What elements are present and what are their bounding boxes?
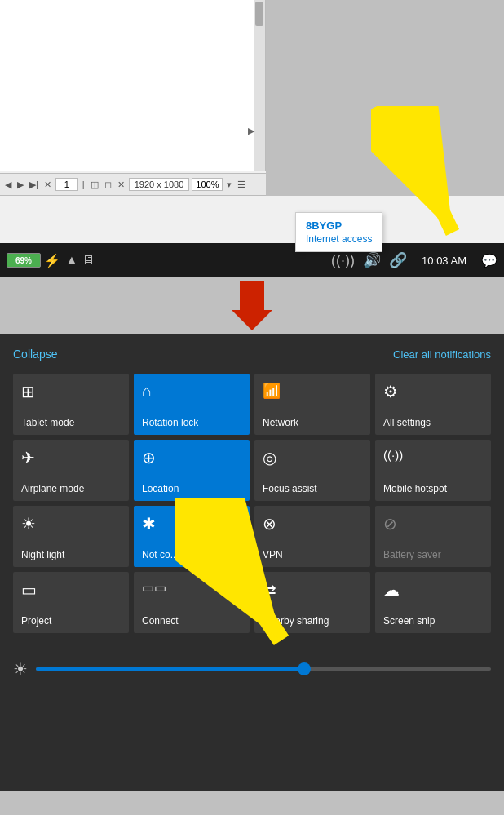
connect-icon: ▭▭ bbox=[142, 580, 243, 596]
nearby-sharing-icon: ⇄ bbox=[263, 580, 364, 600]
tile-airplane-mode[interactable]: ✈ Airplane mode bbox=[13, 440, 129, 501]
scroll-right-indicator[interactable]: ▶ bbox=[248, 126, 254, 136]
tile-battery-saver[interactable]: ⊘ Battery saver bbox=[375, 506, 491, 567]
notification-icon[interactable]: 💬 bbox=[481, 253, 497, 268]
system-time: 10:03 AM bbox=[422, 255, 466, 267]
tile-vpn[interactable]: ⊗ VPN bbox=[254, 506, 370, 567]
tile-tablet-mode[interactable]: ⊞ Tablet mode bbox=[13, 374, 129, 435]
network-icon: 📶 bbox=[263, 382, 364, 400]
tile-battery-saver-label: Battery saver bbox=[383, 549, 484, 560]
action-center-panel: Collapse Clear all notifications ⊞ Table… bbox=[0, 334, 504, 791]
wifi-icon[interactable]: ((·)) bbox=[331, 252, 355, 269]
tile-rotation-lock-label: Rotation lock bbox=[142, 417, 243, 428]
toolbar-list-icon[interactable]: ☰ bbox=[236, 179, 247, 191]
tile-all-settings-label: All settings bbox=[383, 417, 484, 428]
tile-night-light-label: Night light bbox=[21, 549, 122, 560]
tile-mobile-hotspot-label: Mobile hotspot bbox=[383, 483, 484, 494]
volume-icon[interactable]: 🔊 bbox=[363, 251, 381, 269]
tile-connect[interactable]: ▭▭ Connect bbox=[134, 572, 250, 633]
tile-night-light[interactable]: ☀ Night light bbox=[13, 506, 129, 567]
toolbar-close-icon[interactable]: ✕ bbox=[42, 179, 53, 191]
toolbar-close2-icon[interactable]: ✕ bbox=[116, 179, 126, 191]
tile-airplane-mode-label: Airplane mode bbox=[21, 483, 122, 494]
toolbar-next-icon[interactable]: ▶| bbox=[28, 179, 40, 191]
tile-focus-assist[interactable]: ◎ Focus assist bbox=[254, 440, 370, 501]
collapse-button[interactable]: Collapse bbox=[13, 348, 57, 361]
right-gray-area bbox=[266, 0, 504, 196]
tile-vpn-label: VPN bbox=[263, 549, 364, 560]
tile-location-label: Location bbox=[142, 483, 243, 494]
mobile-hotspot-icon: ((·)) bbox=[383, 448, 484, 462]
battery-indicator: 69% bbox=[7, 253, 41, 268]
zoom-dropdown-icon[interactable]: ▾ bbox=[225, 179, 233, 191]
brightness-thumb[interactable] bbox=[298, 662, 311, 675]
power-plug-icon: ⚡ bbox=[44, 253, 60, 268]
battery-saver-icon: ⊘ bbox=[383, 514, 484, 534]
document-canvas bbox=[0, 0, 266, 171]
tile-bluetooth[interactable]: ✱ Not co... bbox=[134, 506, 250, 567]
network-status: Internet access bbox=[306, 233, 372, 245]
toolbar-col-icon[interactable]: ◫ bbox=[89, 179, 100, 191]
chevron-up-icon[interactable]: ▲ bbox=[65, 253, 78, 268]
brightness-slider[interactable] bbox=[36, 667, 491, 671]
main-wrapper: ▶ ◀ ▶ ▶| ✕ 1 | ◫ ◻ ✕ 1920 x 1080 100% ▾ … bbox=[0, 0, 504, 791]
monitor-icon: 🖥 bbox=[82, 253, 95, 268]
editor-area: ▶ ◀ ▶ ▶| ✕ 1 | ◫ ◻ ✕ 1920 x 1080 100% ▾ … bbox=[0, 0, 504, 277]
night-light-icon: ☀ bbox=[21, 514, 122, 534]
bluetooth-icon: ✱ bbox=[142, 514, 243, 534]
tile-nearby-sharing[interactable]: ⇄ Nearby sharing bbox=[254, 572, 370, 633]
red-down-arrow bbox=[232, 281, 272, 330]
tile-project-label: Project bbox=[21, 615, 122, 627]
network-ssid: 8BYGP bbox=[306, 219, 372, 232]
tile-network[interactable]: 📶 Network bbox=[254, 374, 370, 435]
action-center-header: Collapse Clear all notifications bbox=[13, 348, 491, 361]
toolbar-row-icon[interactable]: ◻ bbox=[103, 179, 113, 191]
tile-location[interactable]: ⊕ Location bbox=[134, 440, 250, 501]
vertical-scrollbar[interactable] bbox=[254, 0, 265, 171]
link-icon[interactable]: 🔗 bbox=[389, 251, 407, 269]
focus-assist-icon: ◎ bbox=[263, 448, 364, 467]
toolbar-sep1: | bbox=[81, 179, 86, 190]
screen-snip-icon: ☁ bbox=[383, 580, 484, 600]
toolbar-play-icon[interactable]: ▶ bbox=[15, 179, 25, 191]
vpn-icon: ⊗ bbox=[263, 514, 364, 534]
red-arrow-section bbox=[0, 277, 504, 334]
tile-connect-label: Connect bbox=[142, 615, 243, 627]
tile-screen-snip[interactable]: ☁ Screen snip bbox=[375, 572, 491, 633]
tile-bluetooth-label: Not co... bbox=[142, 549, 243, 560]
location-icon: ⊕ bbox=[142, 448, 243, 467]
tile-rotation-lock[interactable]: ⌂ Rotation lock bbox=[134, 374, 250, 435]
network-tooltip: 8BYGP Internet access bbox=[295, 212, 382, 252]
tablet-mode-icon: ⊞ bbox=[21, 382, 122, 401]
toolbar-strip: ◀ ▶ ▶| ✕ 1 | ◫ ◻ ✕ 1920 x 1080 100% ▾ ☰ bbox=[0, 173, 266, 196]
tile-network-label: Network bbox=[263, 417, 364, 428]
battery-percent: 69% bbox=[15, 256, 32, 265]
toolbar-prev-icon[interactable]: ◀ bbox=[3, 179, 13, 191]
brightness-fill bbox=[36, 667, 309, 671]
tile-focus-assist-label: Focus assist bbox=[263, 483, 364, 494]
taskbar: 69% ⚡ ▲ 🖥 ((·)) 🔊 🔗 10:03 AM 💬 bbox=[0, 243, 504, 277]
tile-mobile-hotspot[interactable]: ((·)) Mobile hotspot bbox=[375, 440, 491, 501]
brightness-area: ☀ bbox=[13, 646, 491, 692]
tile-screen-snip-label: Screen snip bbox=[383, 615, 484, 627]
zoom-value[interactable]: 100% bbox=[192, 178, 223, 191]
project-icon: ▭ bbox=[21, 580, 122, 600]
svg-marker-2 bbox=[232, 281, 272, 330]
tile-nearby-sharing-label: Nearby sharing bbox=[263, 615, 364, 627]
all-settings-icon: ⚙ bbox=[383, 382, 484, 401]
page-number[interactable]: 1 bbox=[55, 178, 78, 191]
taskbar-icons: ((·)) 🔊 🔗 10:03 AM 💬 bbox=[331, 251, 497, 269]
quick-actions-grid: ⊞ Tablet mode ⌂ Rotation lock 📶 Network … bbox=[13, 374, 491, 633]
tile-all-settings[interactable]: ⚙ All settings bbox=[375, 374, 491, 435]
page-dimensions: 1920 x 1080 bbox=[129, 178, 190, 191]
clear-all-button[interactable]: Clear all notifications bbox=[393, 348, 491, 361]
tile-project[interactable]: ▭ Project bbox=[13, 572, 129, 633]
brightness-icon: ☀ bbox=[13, 659, 28, 679]
tile-tablet-mode-label: Tablet mode bbox=[21, 417, 122, 428]
airplane-mode-icon: ✈ bbox=[21, 448, 122, 467]
rotation-lock-icon: ⌂ bbox=[142, 382, 243, 401]
